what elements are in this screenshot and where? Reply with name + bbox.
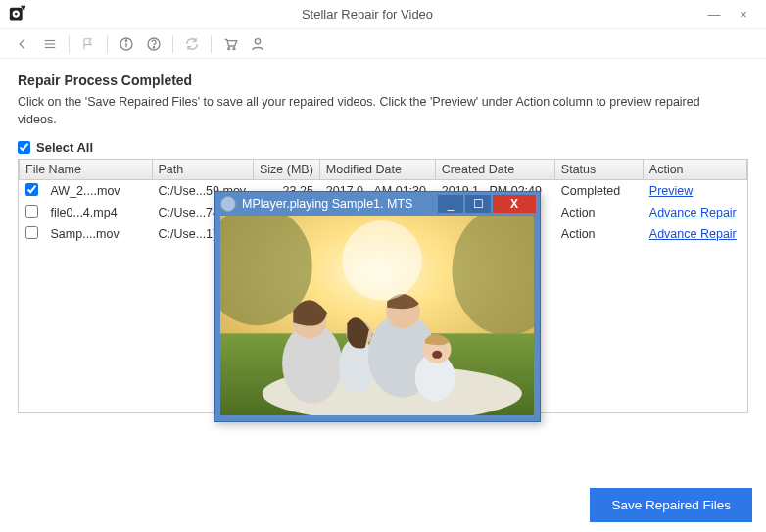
cell-action-link[interactable]: Advance Repair: [643, 223, 746, 245]
footer: Save Repaired Files: [590, 488, 752, 522]
cell-action-link[interactable]: Advance Repair: [643, 202, 746, 223]
page-heading: Repair Process Completed: [18, 73, 748, 88]
cell-status: Completed: [554, 180, 643, 203]
titlebar: Stellar Repair for Video — ×: [0, 0, 766, 29]
window-title: Stellar Repair for Video: [35, 7, 699, 22]
row-checkbox[interactable]: [25, 183, 38, 196]
app-logo-icon: [8, 4, 29, 25]
help-icon[interactable]: [143, 33, 165, 55]
col-action[interactable]: Action: [643, 160, 746, 180]
back-icon[interactable]: [12, 33, 33, 55]
svg-point-29: [342, 220, 422, 301]
svg-point-11: [153, 46, 154, 47]
player-app-icon: [220, 196, 236, 212]
col-path[interactable]: Path: [152, 160, 253, 180]
minimize-button[interactable]: —: [699, 4, 729, 25]
select-all-checkbox[interactable]: [18, 141, 30, 154]
table-header: File Name Path Size (MB) Modified Date C…: [20, 160, 747, 180]
player-title: MPlayer.playing Sample1. MTS: [242, 197, 436, 211]
row-checkbox[interactable]: [25, 226, 38, 239]
cell-filename: Samp....mov: [44, 223, 152, 245]
col-created[interactable]: Created Date: [435, 160, 554, 180]
player-minimize-button[interactable]: _: [438, 195, 463, 213]
svg-point-2: [15, 12, 18, 15]
cell-action-link[interactable]: Preview: [643, 180, 746, 203]
cell-filename: AW_2....mov: [44, 180, 152, 203]
col-modified[interactable]: Modified Date: [319, 160, 435, 180]
menu-icon[interactable]: [39, 33, 61, 55]
toolbar: [0, 29, 766, 59]
separator: [107, 35, 108, 53]
cell-status: Action: [554, 202, 643, 223]
separator: [172, 35, 173, 53]
separator: [211, 35, 212, 53]
player-titlebar[interactable]: MPlayer.playing Sample1. MTS _ ☐ X: [215, 192, 540, 216]
player-video-area: [220, 216, 534, 415]
select-all-row[interactable]: Select All: [18, 140, 748, 155]
refresh-icon[interactable]: [181, 33, 203, 55]
cell-status: Action: [554, 223, 643, 245]
player-close-button[interactable]: X: [493, 195, 536, 213]
svg-point-13: [233, 47, 235, 49]
preview-player-window[interactable]: MPlayer.playing Sample1. MTS _ ☐ X: [214, 191, 541, 422]
save-repaired-files-button[interactable]: Save Repaired Files: [590, 488, 752, 522]
cart-icon[interactable]: [219, 33, 241, 55]
svg-point-9: [125, 40, 126, 41]
svg-point-12: [228, 47, 230, 49]
player-maximize-button[interactable]: ☐: [465, 195, 491, 213]
info-icon[interactable]: [116, 33, 137, 55]
close-button[interactable]: ×: [729, 4, 758, 25]
col-status[interactable]: Status: [554, 160, 643, 180]
row-checkbox[interactable]: [25, 205, 38, 218]
col-filename[interactable]: File Name: [20, 160, 153, 180]
page-subtext: Click on the 'Save Repaired Files' to sa…: [18, 94, 703, 128]
col-size[interactable]: Size (MB): [253, 160, 319, 180]
user-icon[interactable]: [247, 33, 268, 55]
separator: [69, 35, 70, 53]
cell-filename: file0...4.mp4: [44, 202, 152, 223]
flag-icon[interactable]: [77, 33, 99, 55]
select-all-label: Select All: [36, 140, 93, 155]
svg-point-28: [432, 351, 442, 359]
svg-point-14: [255, 38, 260, 43]
